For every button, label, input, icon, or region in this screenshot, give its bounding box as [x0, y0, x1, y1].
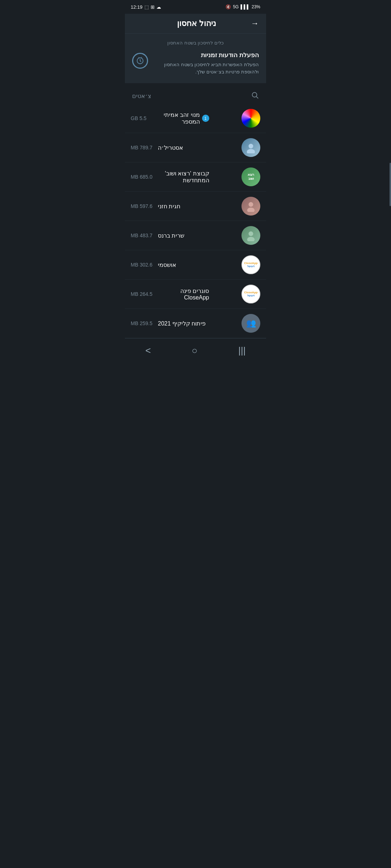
- storage-subtitle: כלים לחיסכון בשטח האחסון: [132, 40, 259, 46]
- chat-size: 264.5 MB: [131, 291, 158, 297]
- chat-size: 302.6 MB: [131, 262, 158, 268]
- search-icon[interactable]: [251, 91, 259, 101]
- feature-row: הפעלת הודעות זמניות הפעלת האפשרות תביא ל…: [132, 51, 259, 75]
- svg-point-5: [249, 144, 253, 149]
- chat-name-wrap: פיתוח קליקיף 2021: [158, 320, 209, 327]
- chat-name: סוגרים פינה CloseApp: [158, 288, 209, 301]
- svg-point-3: [252, 93, 257, 97]
- chat-size: 685.0 MB: [131, 174, 158, 180]
- network-type: 5G: [233, 4, 239, 9]
- status-bar: 23% ▌▌▌ 5G 🔇 ☁ ⊞ ⬚ 12:19: [125, 0, 266, 14]
- chat-name: 1 מנוי זהב אמיתי המספר: [158, 111, 209, 125]
- chat-size: 597.6 MB: [131, 203, 158, 209]
- chat-size: 483.7 MB: [131, 233, 158, 238]
- svg-point-7: [249, 202, 253, 207]
- svg-point-9: [249, 231, 253, 236]
- svg-point-10: [247, 237, 255, 241]
- timer-icon[interactable]: [132, 53, 148, 69]
- chat-left: [209, 197, 261, 216]
- chat-left: 👥: [209, 314, 261, 333]
- chat-left: [209, 138, 261, 157]
- chat-name: שרית ברנס: [158, 232, 209, 239]
- screen-icon: ⬚: [144, 4, 149, 10]
- chat-name: אושסמי: [158, 261, 209, 268]
- svg-point-8: [247, 208, 255, 212]
- list-item[interactable]: CloseAppדיגיטל אושסמי 302.6 MB: [125, 250, 266, 280]
- chat-size: 5.5 GB: [131, 115, 158, 121]
- feature-desc: הפעלת האפשרות תביא לחיסכון בשטח האחסון ו…: [152, 61, 259, 75]
- chat-name-wrap: 1 מנוי זהב אמיתי המספר: [158, 111, 209, 125]
- chat-name: אסטריל׳ה: [158, 144, 209, 151]
- battery-indicator: 23%: [252, 4, 260, 9]
- chat-size: 259.5 MB: [131, 320, 158, 326]
- chat-size: 789.7 MB: [131, 145, 158, 150]
- clock: 12:19: [131, 4, 143, 10]
- svg-line-4: [256, 97, 258, 98]
- list-item[interactable]: חגית חזני 597.6 MB: [125, 192, 266, 221]
- back-button[interactable]: →: [251, 19, 259, 28]
- avatar: [241, 109, 260, 128]
- avatar: 👥: [241, 314, 260, 333]
- home-button[interactable]: ○: [183, 344, 206, 358]
- recent-apps-button[interactable]: |||: [230, 344, 254, 358]
- signal-bars: ▌▌▌: [240, 4, 250, 9]
- chat-name: פיתוח קליקיף 2021: [158, 320, 209, 327]
- status-left: 23% ▌▌▌ 5G 🔇: [226, 4, 260, 9]
- chats-section: צ׳אטים 1 מנוי זהב אמיתי המספר 5.5 GB אסט…: [125, 84, 266, 338]
- page-title: ניהול אחסון: [142, 19, 251, 28]
- chat-left: [209, 109, 261, 128]
- list-item[interactable]: אסטריל׳ה 789.7 MB: [125, 133, 266, 162]
- chat-name: חגית חזני: [158, 203, 209, 210]
- mute-icon: 🔇: [226, 4, 231, 9]
- svg-point-6: [247, 149, 255, 153]
- chat-left: CloseAppדיגיטל: [209, 285, 261, 303]
- bottom-nav: ||| ○ >: [125, 338, 266, 364]
- storage-section: כלים לחיסכון בשטח האחסון הפעלת הודעות זמ…: [125, 34, 266, 84]
- back-nav-button[interactable]: >: [136, 344, 159, 358]
- avatar: [241, 197, 260, 216]
- list-item[interactable]: 1 מנוי זהב אמיתי המספר 5.5 GB: [125, 104, 266, 133]
- chat-name-wrap: סוגרים פינה CloseApp: [158, 288, 209, 301]
- list-item[interactable]: שרית ברנס 483.7 MB: [125, 221, 266, 250]
- chat-left: [209, 226, 261, 245]
- cloud-icon: ☁: [156, 4, 161, 10]
- avatar: רצואושוב: [241, 167, 260, 186]
- chat-left: CloseAppדיגיטל: [209, 255, 261, 274]
- avatar: [241, 226, 260, 245]
- chat-name-wrap: אושסמי: [158, 261, 209, 268]
- avatar: CloseAppדיגיטל: [241, 285, 260, 303]
- feature-text: הפעלת הודעות זמניות הפעלת האפשרות תביא ל…: [152, 51, 259, 75]
- list-item[interactable]: CloseAppדיגיטל סוגרים פינה CloseApp 264.…: [125, 280, 266, 309]
- chat-name-wrap: אסטריל׳ה: [158, 144, 209, 151]
- grid-icon: ⊞: [151, 4, 155, 10]
- chat-name-wrap: קבוצת 'רצוא ושוב' המתחדשת: [158, 170, 209, 184]
- search-row: צ׳אטים: [125, 87, 266, 104]
- chats-label: צ׳אטים: [132, 93, 151, 99]
- chat-left: רצואושוב: [209, 167, 261, 186]
- feature-title: הפעלת הודעות זמניות: [152, 51, 259, 59]
- list-item[interactable]: רצואושוב קבוצת 'רצוא ושוב' המתחדשת 685.0…: [125, 162, 266, 192]
- unread-badge: 1: [202, 115, 209, 122]
- list-item[interactable]: 👥 פיתוח קליקיף 2021 259.5 MB: [125, 309, 266, 338]
- avatar: CloseAppדיגיטל: [241, 255, 260, 274]
- chat-name-wrap: חגית חזני: [158, 203, 209, 210]
- header: → ניהול אחסון: [125, 14, 266, 34]
- chat-name-wrap: שרית ברנס: [158, 232, 209, 239]
- chat-list: 1 מנוי זהב אמיתי המספר 5.5 GB אסטריל׳ה 7…: [125, 104, 266, 338]
- status-right: ☁ ⊞ ⬚ 12:19: [131, 4, 161, 10]
- avatar: [241, 138, 260, 157]
- chat-name: קבוצת 'רצוא ושוב' המתחדשת: [158, 170, 209, 184]
